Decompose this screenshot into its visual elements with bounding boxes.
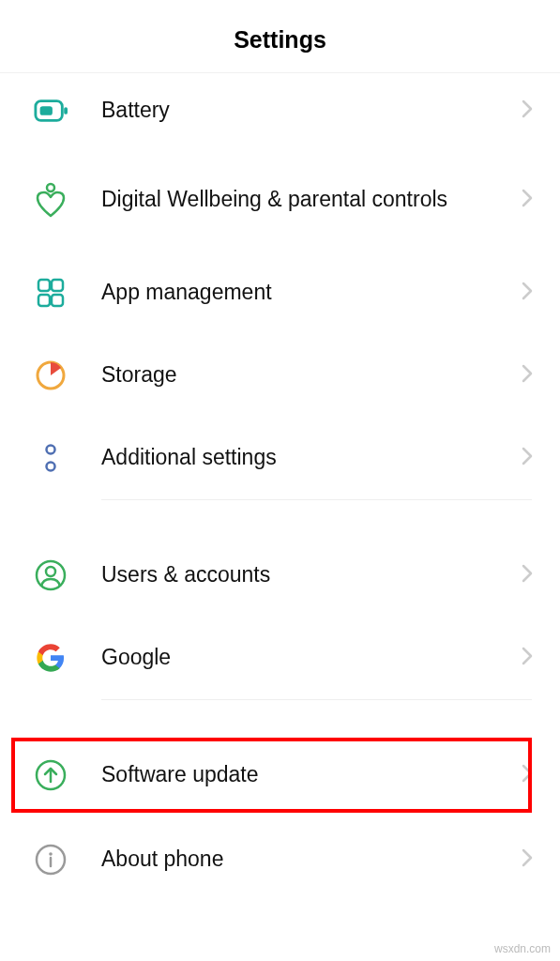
- wellbeing-icon: [34, 183, 68, 217]
- settings-row-label: Software update: [101, 761, 521, 789]
- spacer: [0, 500, 560, 534]
- settings-row-label: Storage: [101, 361, 521, 389]
- settings-row-label: Google: [101, 644, 521, 672]
- page-title: Settings: [0, 26, 560, 53]
- info-icon: [34, 843, 68, 877]
- settings-row-label: App management: [101, 279, 521, 307]
- storage-icon: [34, 358, 68, 392]
- settings-row-label: About phone: [101, 846, 521, 874]
- chevron-right-icon: [521, 763, 534, 787]
- settings-row-label: Users & accounts: [101, 561, 521, 589]
- chevron-right-icon: [521, 363, 534, 388]
- chevron-right-icon: [521, 281, 534, 305]
- spacer: [0, 816, 560, 824]
- svg-point-12: [49, 852, 53, 856]
- settings-row-apps[interactable]: App management: [0, 252, 560, 334]
- settings-row-software-update[interactable]: Software update: [0, 734, 560, 816]
- battery-icon: [34, 94, 68, 128]
- google-icon: [34, 641, 68, 675]
- software-update-icon: [34, 758, 68, 792]
- svg-point-6: [47, 463, 55, 471]
- chevron-right-icon: [521, 188, 534, 212]
- svg-rect-1: [64, 107, 68, 114]
- settings-list: Battery Digital Wellbeing & parental con…: [0, 73, 560, 895]
- settings-row-users[interactable]: Users & accounts: [0, 534, 560, 617]
- settings-row-storage[interactable]: Storage: [0, 334, 560, 417]
- watermark: wsxdn.com: [494, 942, 551, 955]
- svg-rect-2: [40, 106, 53, 114]
- svg-point-8: [46, 567, 55, 576]
- svg-point-3: [47, 184, 54, 191]
- header: Settings: [0, 0, 560, 73]
- chevron-right-icon: [521, 847, 534, 872]
- settings-row-battery[interactable]: Battery: [0, 73, 560, 148]
- additional-settings-icon: [34, 441, 68, 475]
- settings-row-about-phone[interactable]: About phone: [0, 824, 560, 895]
- svg-point-5: [47, 446, 55, 454]
- chevron-right-icon: [521, 99, 534, 123]
- settings-row-label: Additional settings: [101, 444, 521, 472]
- settings-row-google[interactable]: Google: [0, 617, 560, 699]
- chevron-right-icon: [521, 646, 534, 670]
- settings-row-additional[interactable]: Additional settings: [0, 417, 560, 499]
- spacer: [0, 700, 560, 734]
- settings-row-wellbeing[interactable]: Digital Wellbeing & parental controls: [0, 148, 560, 252]
- users-icon: [34, 558, 68, 592]
- chevron-right-icon: [521, 446, 534, 470]
- apps-icon: [34, 276, 68, 310]
- settings-row-label: Battery: [101, 97, 521, 125]
- settings-row-label: Digital Wellbeing & parental controls: [101, 186, 521, 214]
- chevron-right-icon: [521, 563, 534, 587]
